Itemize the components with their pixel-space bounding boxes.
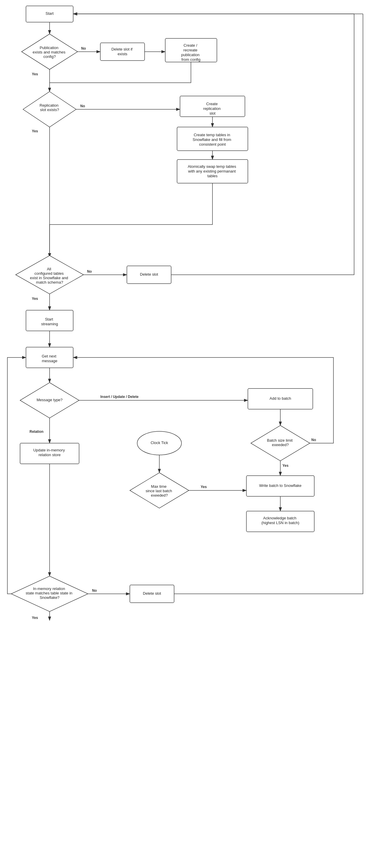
create-publication-label: Create / recreate publication from confi… <box>181 43 201 62</box>
message-type-label: Message type? <box>37 398 63 402</box>
inmemory-no-label: No <box>92 589 97 593</box>
write-batch-label: Write batch to Snowflake <box>259 483 302 488</box>
pub-no-label: No <box>81 46 86 51</box>
add-to-batch-label: Add to batch <box>270 396 291 401</box>
all-tables-no-label: No <box>87 270 92 274</box>
acknowledge-batch-label: Acknowledge batch (highest LSN in batch) <box>262 516 300 525</box>
max-time-yes-label: Yes <box>201 485 207 489</box>
relation-label: Relation <box>30 430 43 434</box>
all-tables-yes-label: Yes <box>32 297 38 301</box>
replication-yes-label: Yes <box>32 129 38 133</box>
batch-yes-label: Yes <box>282 464 288 468</box>
delete-slot-2-label: Delete slot <box>143 591 161 596</box>
diagram-container: Start Publication exists and matches con… <box>0 0 378 868</box>
clock-tick-label: Clock Tick <box>150 440 168 445</box>
get-next-message-label: Get next message <box>42 354 58 363</box>
replication-no-label: No <box>80 104 85 108</box>
inmemory-yes-label: Yes <box>32 616 38 620</box>
batch-no-label: No <box>311 438 316 442</box>
insert-update-delete-label: Insert / Update / Delete <box>100 395 139 399</box>
pub-yes-label: Yes <box>32 72 38 76</box>
start-label: Start <box>45 11 54 16</box>
delete-slot-1-label: Delete slot <box>140 272 158 277</box>
replication-slot-check-label: Replication slot exists? <box>39 103 60 112</box>
